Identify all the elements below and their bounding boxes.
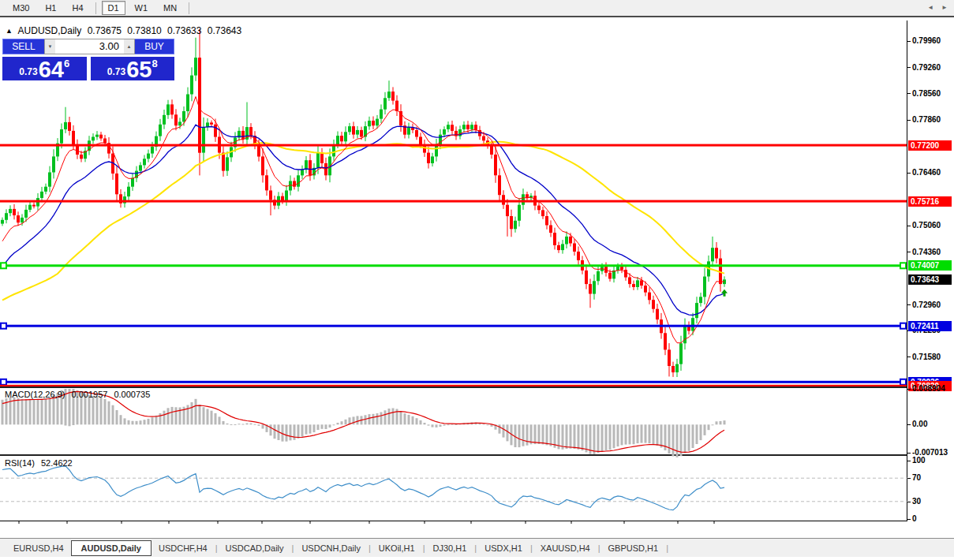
macd-histogram-bar	[128, 420, 130, 425]
price-axis[interactable]: 0.799600.792600.785600.778600.764600.750…	[907, 19, 954, 538]
candle-body	[28, 205, 32, 210]
tab-scroll-left-icon[interactable]: ◄	[927, 4, 933, 11]
macd-histogram-bar	[13, 398, 16, 425]
macd-histogram-bar	[503, 424, 505, 437]
volume-down-icon[interactable]: ▼	[45, 39, 55, 54]
candle-body	[139, 165, 142, 170]
buy-price-pip: 8	[152, 58, 157, 69]
price-tick-mark	[907, 304, 911, 305]
buy-button[interactable]: BUY	[135, 39, 174, 54]
macd-histogram-bar	[226, 424, 229, 425]
tab-scroll-right-icon[interactable]: ►	[941, 4, 948, 11]
chart-tab-usdcad[interactable]: USDCAD,Daily	[219, 541, 291, 555]
macd-histogram-bar	[621, 424, 623, 445]
collapse-triangle-icon[interactable]: ▲	[6, 27, 13, 35]
candle-body	[261, 156, 264, 175]
candle-body	[494, 155, 497, 175]
chart-tab-eurusd[interactable]: EURUSD,H4	[6, 541, 71, 555]
candle-body	[360, 130, 363, 137]
macd-histogram-bar	[550, 424, 552, 446]
macd-signal-value: 0.000735	[114, 390, 150, 399]
candle-body	[672, 366, 675, 372]
candle-body	[407, 127, 410, 135]
macd-histogram-bar	[680, 424, 683, 456]
macd-current-value: 0.001957	[71, 390, 107, 399]
panel-separator[interactable]	[0, 386, 907, 388]
macd-histogram-bar	[108, 401, 110, 425]
horizontal-level-line[interactable]	[0, 200, 907, 203]
volume-up-icon[interactable]: ▲	[124, 39, 134, 54]
buy-price-box[interactable]: 0.73 65 8	[91, 57, 175, 80]
macd-histogram-bar	[258, 424, 260, 426]
chart-tab-usdcnh[interactable]: USDCNH,Daily	[294, 541, 368, 555]
candle-body	[32, 205, 36, 207]
candle-body	[691, 318, 694, 330]
chart-tab-xauusd[interactable]: XAUUSD,H4	[533, 541, 597, 555]
price-tick-label: 0.79260	[912, 63, 941, 72]
candle-body	[628, 278, 631, 285]
macd-histogram-bar	[538, 424, 541, 444]
chart-tab-usdchf[interactable]: USDCHF,H4	[152, 541, 215, 555]
chart-tab-usdx[interactable]: USDX,H1	[477, 541, 529, 555]
chart-area[interactable]: ▲ AUDUSD,Daily 0.73675 0.73810 0.73633 0…	[0, 19, 954, 538]
rsi-tick-mark	[907, 519, 911, 520]
line-handle[interactable]	[1, 379, 6, 385]
candle-body	[624, 270, 627, 278]
candle-body	[451, 125, 454, 131]
macd-histogram-bar	[507, 424, 509, 441]
line-handle[interactable]	[900, 379, 906, 385]
price-tick-mark	[907, 120, 911, 121]
candle-body	[514, 221, 517, 230]
candle-body	[510, 216, 513, 229]
horizontal-level-line[interactable]	[0, 264, 907, 267]
candle-body	[597, 271, 600, 281]
horizontal-level-line[interactable]	[0, 144, 907, 147]
line-handle[interactable]	[900, 263, 906, 268]
candle-body	[170, 104, 174, 114]
horizontal-level-line[interactable]	[0, 325, 907, 327]
tab-separator: |	[666, 543, 668, 553]
timeframe-button-w1[interactable]: W1	[129, 1, 155, 15]
candle-body	[163, 115, 166, 125]
macd-histogram-bar	[175, 407, 178, 424]
macd-histogram-bar	[692, 424, 694, 448]
candle-body	[13, 209, 16, 215]
macd-histogram-bar	[605, 424, 608, 450]
candle-body	[419, 137, 422, 145]
candle-body	[103, 139, 107, 144]
timeframe-button-mn[interactable]: MN	[157, 1, 183, 15]
close-value: 0.73643	[208, 25, 241, 36]
ma-slow-line	[2, 142, 724, 301]
macd-histogram-bar	[660, 424, 663, 447]
chart-tab-gbpusd[interactable]: GBPUSD,H1	[601, 541, 666, 555]
price-tick-label: 0.75060	[912, 221, 941, 230]
candle-body	[608, 273, 612, 279]
chart-tab-ukoil[interactable]: UKOil,H1	[372, 541, 422, 555]
macd-histogram-bar	[570, 424, 572, 448]
chart-tab-dj30[interactable]: DJ30,H1	[426, 541, 474, 555]
price-tick-mark	[907, 226, 911, 226]
timeframe-button-h4[interactable]: H4	[65, 1, 89, 15]
macd-histogram-bar	[526, 424, 529, 445]
line-handle[interactable]	[900, 323, 906, 329]
sell-price-box[interactable]: 0.73 64 6	[2, 57, 87, 80]
timeframe-button-d1[interactable]: D1	[102, 1, 125, 15]
volume-input[interactable]: 3.00	[55, 39, 124, 54]
timeframe-button-m30[interactable]: M30	[6, 1, 36, 15]
chart-tab-audusd[interactable]: AUDUSD,Daily	[71, 540, 152, 556]
candle-body	[675, 364, 679, 373]
macd-tick-label: 0.008904	[912, 384, 945, 393]
line-handle[interactable]	[1, 263, 6, 268]
horizontal-level-line[interactable]	[0, 381, 907, 383]
line-handle[interactable]	[1, 323, 6, 329]
sell-button[interactable]: SELL	[2, 39, 44, 54]
candle-body	[352, 126, 355, 135]
buy-price-big: 65	[126, 61, 152, 80]
macd-histogram-bar	[199, 405, 201, 424]
macd-histogram-bar	[633, 424, 635, 444]
macd-histogram-bar	[369, 414, 371, 424]
panel-separator[interactable]	[0, 454, 907, 456]
timeframe-button-h1[interactable]: H1	[39, 1, 62, 15]
candle-body	[431, 156, 434, 163]
price-chart-canvas[interactable]	[0, 19, 907, 538]
